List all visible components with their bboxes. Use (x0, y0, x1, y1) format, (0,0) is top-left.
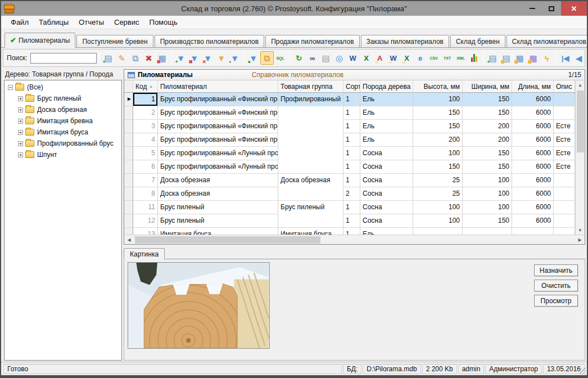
column-header[interactable]: Код▲ (133, 80, 158, 92)
column-header-label: Сорт (346, 83, 360, 91)
export-txt-button[interactable]: TXT (441, 51, 454, 65)
preview-button[interactable]: ◎ (333, 51, 346, 65)
tree-expander-icon[interactable]: + (18, 107, 23, 112)
tab-logs-stock[interactable]: Склад бревен (450, 35, 505, 48)
tab-logs-arrival[interactable]: Поступление бревен (76, 35, 153, 48)
column-header[interactable]: Сорт (343, 80, 360, 92)
menu-file[interactable]: Файл (6, 16, 34, 28)
tree-item-profilirovanny-brus[interactable]: +Профилированный брус (4, 138, 121, 149)
tree-expander-icon[interactable]: + (18, 130, 23, 135)
export-xml-button[interactable]: XML (454, 51, 468, 65)
edit-record-button[interactable]: ✎ (115, 51, 129, 65)
filter-view-button[interactable]: ▼● (247, 51, 260, 65)
column-header[interactable]: Опис (554, 80, 575, 92)
column-header[interactable]: Пиломатериал (158, 80, 278, 92)
resize-grip[interactable] (580, 368, 586, 375)
scroll-right-icon[interactable]: ▶ (575, 235, 585, 244)
open-in-word-button[interactable]: W (346, 51, 360, 65)
scroll-down-icon[interactable]: ▼ (576, 226, 585, 235)
export-pdf-button[interactable]: A→ (373, 51, 387, 65)
scroll-left-icon[interactable]: ◀ (124, 235, 134, 244)
tree-item-doska-obreznaya[interactable]: +Доска обрезная (4, 104, 121, 115)
tab-lumber-sales[interactable]: Продажи пиломатериалов (265, 35, 359, 48)
column-header[interactable]: Товарная группа (278, 80, 343, 92)
table-row[interactable]: 7Доска обрезнаяДоска обрезная1Сосна25100… (124, 174, 575, 187)
minimize-button[interactable] (523, 1, 542, 16)
chart-button[interactable] (468, 51, 481, 65)
tree-panel-button[interactable]: ⧉ (260, 51, 274, 65)
tab-lumber-orders[interactable]: Заказы пиломатериалов (361, 35, 449, 48)
table-row[interactable]: 5Брус профилированный «Лунный профиль»1С… (124, 147, 575, 160)
table-row[interactable]: ►1Брус профилированный «Финский профиль»… (124, 93, 575, 106)
column-header[interactable]: Высота, мм (413, 80, 463, 92)
tree-item-imitaciya-brevna[interactable]: +Имитация бревна (4, 115, 121, 127)
tree-expander-icon[interactable]: + (18, 96, 23, 101)
filter-save-button[interactable]: ▼▪ (228, 51, 242, 65)
actions-button[interactable]: ϟ (540, 51, 554, 65)
tree-item-all[interactable]: −(Все) (4, 82, 121, 93)
tree-expander-icon[interactable]: − (8, 85, 13, 90)
tab-picture[interactable]: Картинка (124, 248, 165, 259)
search-input[interactable] (30, 53, 97, 64)
tree-item-imitaciya-brusa[interactable]: +Имитация бруса (4, 127, 121, 138)
tree-item-shpunt[interactable]: +Шпунт (4, 149, 121, 160)
filter-clear-button[interactable]: ▼✕ (201, 51, 215, 65)
menu-service[interactable]: Сервис (109, 16, 144, 28)
table-row[interactable]: 13Имитация брусаИмитация бруса1Ель (124, 228, 575, 235)
tab-lumber[interactable]: ✔Пиломатериалы (4, 33, 75, 48)
view-picture-button[interactable]: Просмотр (534, 295, 578, 307)
vertical-scroll-thumb[interactable] (577, 91, 584, 152)
horizontal-scroll-thumb[interactable] (135, 236, 320, 244)
tab-lumber-stock[interactable]: Склад пиломатериалов (506, 35, 588, 48)
export-word-button[interactable]: W→ (387, 51, 400, 65)
grid-settings-button[interactable]: ▦⚙ (513, 51, 527, 65)
nav-prev-button[interactable]: ◀ (572, 51, 585, 65)
scroll-up-icon[interactable]: ▲ (576, 80, 585, 89)
vertical-scrollbar[interactable]: ▲ ▼ (575, 80, 585, 235)
filter-add-button[interactable]: ▼+ (174, 51, 188, 65)
filter-delete-button[interactable]: ▼✖ (188, 51, 201, 65)
cell-group (278, 133, 343, 147)
menu-tables[interactable]: Таблицы (34, 16, 74, 28)
maximize-button[interactable] (542, 1, 561, 16)
tree-expander-icon[interactable]: + (18, 152, 23, 158)
table-row[interactable]: 2Брус профилированный «Финский профиль»1… (124, 106, 575, 120)
find-button[interactable]: ∞ (306, 51, 319, 65)
menu-reports[interactable]: Отчеты (74, 16, 109, 28)
table-row[interactable]: 6Брус профилированный «Лунный профиль»1С… (124, 160, 575, 174)
table-row[interactable]: 4Брус профилированный «Финский профиль»1… (124, 133, 575, 147)
copy-record-button[interactable]: ⧉ (129, 51, 142, 65)
table-row[interactable]: 3Брус профилированный «Финский профиль»1… (124, 120, 575, 133)
horizontal-scrollbar[interactable]: ◀ ▶ (124, 235, 585, 244)
export-csv-button[interactable]: CSV (427, 51, 441, 65)
close-button[interactable]: ✕ (561, 1, 587, 16)
filter-edit-button[interactable]: ▼ (215, 51, 228, 65)
nav-first-button[interactable]: |◀ (559, 51, 572, 65)
assign-picture-button[interactable]: Назначить (534, 264, 578, 276)
table-row[interactable]: 11Брус пиленыйБрус пиленый1Сосна10010060… (124, 201, 575, 214)
form-settings-button[interactable]: ▦⚙ (527, 51, 540, 65)
tree-expander-icon[interactable]: + (18, 119, 23, 124)
print-button[interactable]: ▤ (319, 51, 333, 65)
tab-lumber-production[interactable]: Производство пиломатериалов (155, 35, 265, 48)
open-in-excel-button[interactable]: X (360, 51, 373, 65)
column-header[interactable]: Длина, мм (512, 80, 554, 92)
add-child-record-button[interactable]: ▤+ (486, 51, 500, 65)
record-settings-button[interactable]: ▤⚙ (500, 51, 513, 65)
table-row[interactable]: 8Доска обрезная2Сосна251006000 (124, 187, 575, 201)
delete-record-button[interactable]: ✖ (142, 51, 156, 65)
sql-view-button[interactable]: SQL (274, 51, 287, 65)
export-excel-button[interactable]: X→ (400, 51, 414, 65)
delete-filtered-button[interactable]: ▦✖ (156, 51, 169, 65)
clear-picture-button[interactable]: Очистить (534, 280, 578, 291)
column-header[interactable]: Ширина, мм (463, 80, 512, 92)
tree-item-brus-pileny[interactable]: +Брус пиленый (4, 93, 121, 104)
table-row[interactable]: 12Брус пиленый1Сосна1001506000 (124, 214, 575, 228)
add-record-button[interactable]: ▤+ (102, 51, 115, 65)
column-header[interactable]: Порода дерева (360, 80, 413, 92)
tree-expander-icon[interactable]: + (18, 141, 23, 146)
cell-group (278, 214, 343, 228)
export-html-button[interactable]: e (414, 51, 427, 65)
menu-help[interactable]: Помощь (144, 16, 183, 28)
refresh-button[interactable]: ↻ (292, 51, 306, 65)
